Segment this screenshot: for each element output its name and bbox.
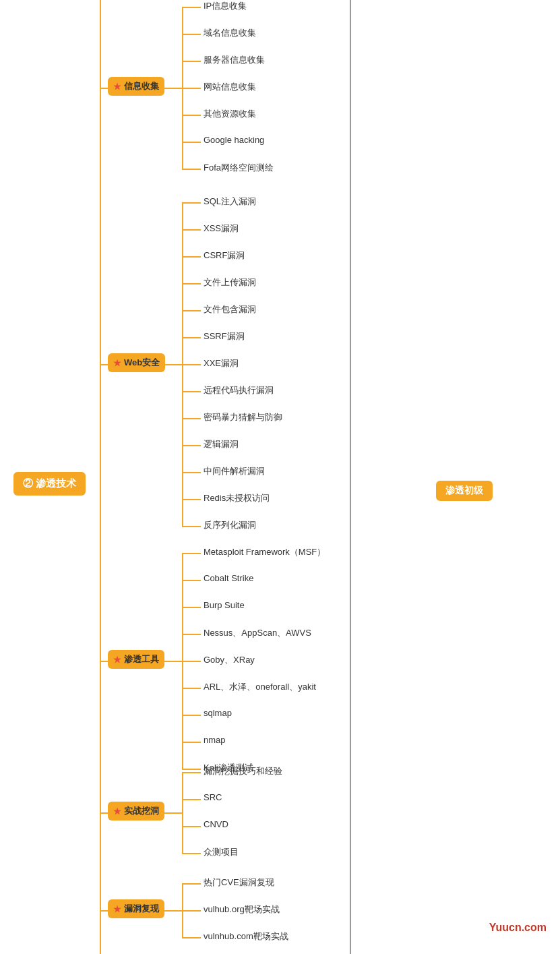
star-icon-practice-mining: ★ [113, 806, 121, 816]
item-hline-web-security-2 [182, 256, 201, 258]
item-hline-info-collect-2 [182, 61, 201, 62]
item-text-web-security-8: 密码暴力猜解与防御 [204, 411, 282, 423]
branch-label-pentest-tools: ★渗透工具 [108, 650, 164, 669]
star-icon-info-collect: ★ [113, 82, 121, 92]
item-hline-pentest-tools-8 [182, 769, 201, 770]
item-text-web-security-10: 中间件解析漏洞 [204, 465, 265, 477]
hline-to-items-web-security [175, 364, 182, 365]
item-text-web-security-11: Redis未授权访问 [204, 492, 270, 504]
branch-label-info-collect: ★信息收集 [108, 77, 164, 96]
item-hline-pentest-tools-2 [182, 607, 201, 608]
item-text-info-collect-3: 网站信息收集 [204, 81, 256, 93]
item-text-web-security-3: 文件上传漏洞 [204, 276, 256, 289]
item-text-pentest-tools-2: Burp Suite [204, 600, 245, 610]
item-hline-web-security-6 [182, 364, 201, 365]
highlight-box: 渗透初级 [436, 481, 493, 501]
item-hline-practice-mining-0 [182, 772, 201, 773]
hline-to-items-info-collect [175, 88, 182, 89]
item-hline-info-collect-1 [182, 34, 201, 35]
hline-to-items-vuln-reproduce [175, 910, 182, 912]
item-text-practice-mining-2: CNVD [204, 819, 228, 829]
item-hline-web-security-3 [182, 283, 201, 285]
item-hline-pentest-tools-3 [182, 634, 201, 635]
branch-label-vuln-reproduce: ★漏洞复现 [108, 899, 164, 918]
item-text-pentest-tools-5: ARL、水泽、oneforall、yakit [204, 681, 316, 693]
item-text-pentest-tools-3: Nessus、AppScan、AWVS [204, 627, 311, 639]
item-hline-web-security-10 [182, 472, 201, 473]
item-hline-pentest-tools-1 [182, 580, 201, 581]
item-hline-pentest-tools-5 [182, 688, 201, 689]
item-hline-info-collect-6 [182, 169, 201, 170]
item-text-info-collect-2: 服务器信息收集 [204, 54, 265, 66]
item-text-vuln-reproduce-1: vulhub.org靶场实战 [204, 903, 280, 916]
item-text-web-security-1: XSS漏洞 [204, 222, 239, 235]
item-text-pentest-tools-1: Cobalt Strike [204, 573, 253, 583]
main-vertical-line [100, 0, 101, 954]
item-hline-web-security-12 [182, 526, 201, 527]
hline-to-items-pentest-tools [175, 661, 182, 662]
item-text-vuln-reproduce-0: 热门CVE漏洞复现 [204, 876, 274, 889]
item-text-practice-mining-0: 漏洞挖掘技巧和经验 [204, 765, 282, 777]
item-text-vuln-reproduce-2: vulnhub.com靶场实战 [204, 930, 288, 943]
watermark: Yuucn.com [489, 922, 547, 934]
item-hline-info-collect-0 [182, 7, 201, 8]
item-text-pentest-tools-4: Goby、XRay [204, 654, 255, 666]
item-hline-web-security-11 [182, 499, 201, 500]
item-text-info-collect-4: 其他资源收集 [204, 108, 256, 120]
item-text-info-collect-0: IP信息收集 [204, 0, 247, 12]
item-hline-pentest-tools-0 [182, 553, 201, 554]
item-text-web-security-6: XXE漏洞 [204, 357, 239, 369]
item-hline-web-security-8 [182, 418, 201, 419]
star-icon-vuln-reproduce: ★ [113, 904, 121, 914]
item-hline-web-security-4 [182, 310, 201, 311]
item-text-info-collect-6: Fofa网络空间测绘 [204, 162, 274, 174]
item-text-web-security-5: SSRF漏洞 [204, 330, 245, 342]
item-hline-pentest-tools-7 [182, 742, 201, 743]
item-hline-info-collect-5 [182, 142, 201, 143]
item-text-practice-mining-1: SRC [204, 792, 222, 802]
branch-label-web-security: ★Web安全 [108, 353, 165, 372]
branch-label-practice-mining: ★实战挖洞 [108, 802, 164, 821]
item-hline-vuln-reproduce-0 [182, 883, 201, 885]
item-hline-info-collect-3 [182, 88, 201, 89]
item-hline-info-collect-4 [182, 115, 201, 116]
item-hline-web-security-5 [182, 337, 201, 338]
item-text-web-security-4: 文件包含漏洞 [204, 303, 256, 316]
item-hline-practice-mining-1 [182, 799, 201, 800]
item-text-web-security-7: 远程代码执行漏洞 [204, 384, 274, 396]
item-text-pentest-tools-0: Metasploit Framework（MSF） [204, 546, 325, 558]
item-text-pentest-tools-7: nmap [204, 735, 226, 745]
item-hline-vuln-reproduce-2 [182, 937, 201, 938]
item-hline-web-security-1 [182, 229, 201, 231]
item-hline-vuln-reproduce-1 [182, 910, 201, 912]
item-hline-web-security-0 [182, 202, 201, 204]
item-text-web-security-2: CSRF漏洞 [204, 249, 245, 262]
item-text-web-security-9: 逻辑漏洞 [204, 438, 239, 450]
item-hline-practice-mining-2 [182, 826, 201, 827]
star-icon-pentest-tools: ★ [113, 655, 121, 665]
item-hline-pentest-tools-4 [182, 661, 201, 662]
star-icon-web-security: ★ [113, 358, 121, 368]
item-text-web-security-12: 反序列化漏洞 [204, 519, 256, 531]
item-text-practice-mining-3: 众测项目 [204, 846, 239, 858]
group-vline-practice-mining [182, 772, 183, 854]
item-hline-practice-mining-3 [182, 853, 201, 854]
item-text-info-collect-5: Google hacking [204, 135, 264, 145]
item-hline-web-security-9 [182, 445, 201, 446]
item-text-web-security-0: SQL注入漏洞 [204, 196, 256, 208]
root-node: ② 渗透技术 [13, 472, 86, 496]
item-hline-web-security-7 [182, 391, 201, 392]
item-text-pentest-tools-6: sqlmap [204, 708, 232, 718]
item-text-info-collect-1: 域名信息收集 [204, 27, 256, 39]
right-separator-line [350, 0, 351, 954]
hline-to-items-practice-mining [175, 812, 182, 814]
item-hline-pentest-tools-6 [182, 715, 201, 716]
